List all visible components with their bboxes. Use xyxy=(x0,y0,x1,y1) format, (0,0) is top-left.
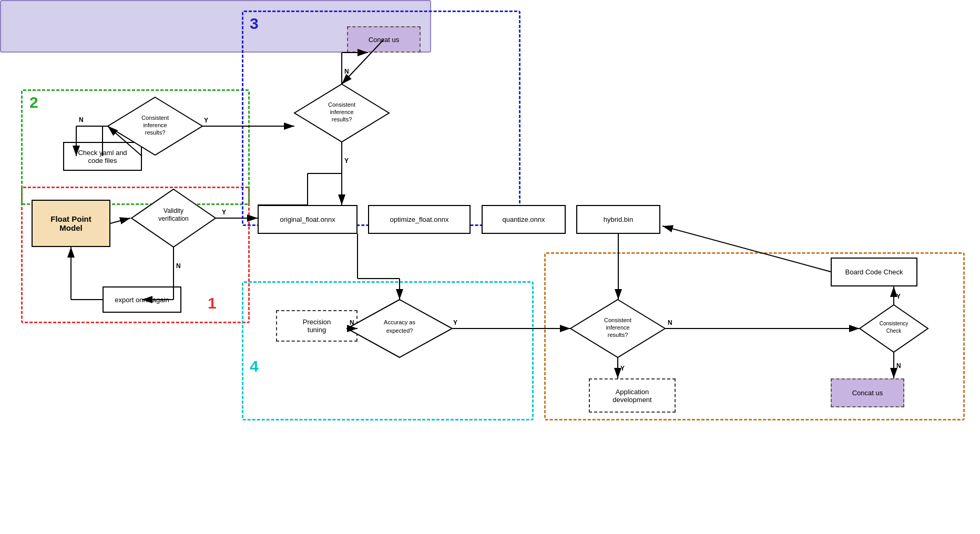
svg-text:inference: inference xyxy=(330,109,353,115)
svg-text:verification: verification xyxy=(158,215,188,222)
svg-text:Consistent: Consistent xyxy=(141,115,169,121)
svg-text:N: N xyxy=(896,362,901,369)
svg-text:Consistency: Consistency xyxy=(880,321,908,326)
svg-text:N: N xyxy=(668,319,672,326)
svg-text:Check: Check xyxy=(886,328,902,334)
svg-text:Consistent: Consistent xyxy=(328,101,355,108)
flowchart-svg: Validity verification Consistent inferen… xyxy=(0,0,980,534)
svg-text:Accuracy as: Accuracy as xyxy=(384,319,415,325)
svg-text:N: N xyxy=(344,68,349,75)
svg-text:results?: results? xyxy=(145,129,166,136)
svg-text:expected?: expected? xyxy=(386,327,413,334)
accuracy-diamond: Accuracy as expected? xyxy=(347,300,452,357)
consistent1-diamond: Consistent inference results? xyxy=(108,97,202,155)
svg-text:Y: Y xyxy=(453,319,457,326)
svg-text:Y: Y xyxy=(204,117,208,124)
svg-text:N: N xyxy=(79,116,84,124)
consistency-check-diamond: Consistency Check xyxy=(860,305,928,352)
consistent3-diamond: Consistent inference results? xyxy=(570,300,665,357)
svg-text:Validity: Validity xyxy=(164,207,183,214)
svg-text:inference: inference xyxy=(606,324,629,331)
svg-line-23 xyxy=(110,218,130,223)
svg-text:Y: Y xyxy=(222,209,226,216)
svg-line-64 xyxy=(342,39,384,84)
svg-text:N: N xyxy=(176,262,181,270)
diagram-container: 2 3 1 4 5 Float PointModel export onnx a… xyxy=(0,0,980,534)
svg-text:Y: Y xyxy=(896,293,901,300)
validity-diamond: Validity verification xyxy=(131,189,216,247)
svg-line-62 xyxy=(662,226,831,272)
svg-text:results?: results? xyxy=(608,332,628,338)
svg-text:results?: results? xyxy=(332,116,352,122)
svg-text:Consistent: Consistent xyxy=(604,317,631,323)
svg-text:N: N xyxy=(350,319,354,326)
svg-text:inference: inference xyxy=(143,122,167,128)
svg-text:Y: Y xyxy=(620,365,625,372)
consistent2-diamond: Consistent inference results? xyxy=(294,84,389,142)
svg-text:Y: Y xyxy=(344,157,349,165)
